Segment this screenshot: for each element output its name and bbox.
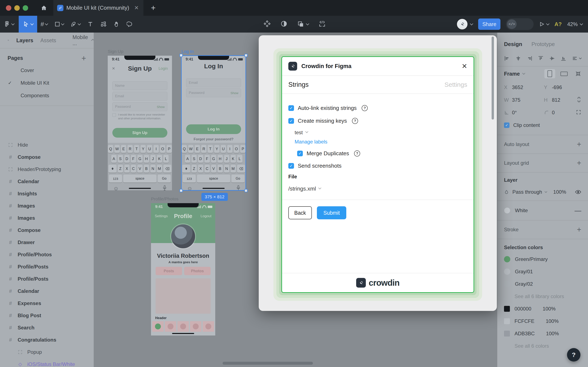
layer-row[interactable]: Congratulations: [0, 334, 94, 346]
layer-row[interactable]: Popup: [0, 346, 94, 358]
remove-fill-button[interactable]: —: [575, 207, 581, 215]
settings-link[interactable]: Settings: [445, 81, 467, 88]
text-tool-button[interactable]: [84, 21, 97, 27]
library-color-row[interactable]: Green/Primary: [504, 253, 581, 265]
hex-color-row[interactable]: 000000 100%: [504, 302, 581, 315]
resize-to-fit-icon[interactable]: [575, 71, 581, 77]
help-icon[interactable]: ?: [362, 105, 368, 111]
layer-row[interactable]: Header/Prototyping: [0, 163, 94, 175]
layer-row[interactable]: Calendar: [0, 285, 94, 297]
layer-row[interactable]: Search: [0, 322, 94, 334]
autolink-checkbox[interactable]: ✓: [288, 105, 294, 111]
constrain-proportions-icon[interactable]: [577, 96, 581, 104]
search-icon[interactable]: [8, 38, 9, 43]
merge-duplicates-checkbox[interactable]: ✓: [297, 151, 303, 156]
resources-tool-button[interactable]: [97, 21, 110, 27]
selection-handle[interactable]: [180, 189, 183, 192]
macos-zoom-button[interactable]: [23, 5, 28, 11]
orientation-portrait-button[interactable]: [544, 69, 555, 78]
page-row[interactable]: ✓ Components: [0, 89, 94, 102]
add-page-button[interactable]: +: [82, 56, 86, 60]
layer-row[interactable]: Expenses: [0, 297, 94, 309]
signup-frame[interactable]: 9:41 Sign Up ✕ Login Name Email Password…: [108, 56, 172, 190]
orientation-landscape-button[interactable]: [559, 69, 570, 78]
page-selector[interactable]: Mobile ...: [73, 34, 94, 46]
visibility-eye-icon[interactable]: [575, 190, 581, 194]
hex-color-row[interactable]: ADB3BC 100%: [504, 327, 581, 340]
manage-labels-link[interactable]: Manage labels: [288, 139, 467, 145]
dev-mode-toggle[interactable]: </>: [506, 18, 534, 30]
layer-row[interactable]: Profile/Posts: [0, 273, 94, 285]
layer-row[interactable]: Blog Post: [0, 309, 94, 322]
frame-label-signup[interactable]: Sign Up: [108, 49, 123, 54]
page-row[interactable]: ✓ Mobile UI Kit: [0, 77, 94, 89]
plugin-user-menu[interactable]: [457, 19, 473, 29]
boolean-groups-button[interactable]: [297, 21, 309, 28]
rotation-value[interactable]: 0°: [512, 110, 517, 116]
macos-close-button[interactable]: [6, 5, 11, 11]
help-button[interactable]: ?: [567, 348, 580, 361]
library-color-row[interactable]: Gray/02: [504, 278, 581, 290]
width-value[interactable]: 375: [512, 97, 520, 103]
macos-minimize-button[interactable]: [14, 5, 20, 11]
plugin-scrollbar[interactable]: [492, 37, 494, 119]
code-export-button[interactable]: [318, 20, 326, 28]
layer-row[interactable]: Drawer: [0, 236, 94, 249]
file-dropdown[interactable]: /strings.xml: [288, 185, 467, 192]
move-tool-button[interactable]: [19, 16, 37, 33]
create-keys-checkbox[interactable]: ✓: [288, 118, 294, 124]
layer-row[interactable]: Compose: [0, 224, 94, 236]
present-button[interactable]: [539, 21, 549, 27]
height-value[interactable]: 812: [552, 97, 560, 103]
hand-tool-button[interactable]: [110, 21, 123, 27]
library-color-row[interactable]: Gray/01: [504, 265, 581, 278]
align-left-icon[interactable]: [504, 55, 510, 61]
create-component-button[interactable]: [263, 20, 271, 28]
home-button[interactable]: [34, 0, 53, 16]
layer-row[interactable]: Hide: [0, 139, 94, 151]
align-h-center-icon[interactable]: [515, 55, 521, 61]
frame-tool-button[interactable]: #: [37, 21, 51, 28]
tab-prototype[interactable]: Prototype: [531, 41, 555, 48]
blend-mode-dropdown[interactable]: Pass through: [512, 189, 547, 195]
file-tab[interactable]: Mobile UI kit (Community) ✕: [53, 0, 143, 16]
user-avatar-initial[interactable]: A?: [554, 21, 562, 27]
frame-label-login[interactable]: Log In: [181, 49, 194, 54]
tidy-up-menu[interactable]: [572, 55, 581, 61]
page-row[interactable]: ✓ Cover: [0, 64, 94, 77]
canvas-horizontal-scrollbar[interactable]: [223, 362, 313, 365]
layer-row[interactable]: Calendar: [0, 175, 94, 188]
send-screenshots-checkbox[interactable]: ✓: [288, 163, 294, 169]
independent-corners-icon[interactable]: [576, 109, 581, 116]
tab-close-icon[interactable]: ✕: [134, 5, 139, 11]
layer-row[interactable]: Profile/Photos: [0, 249, 94, 261]
layer-row[interactable]: iOS/Status Bar/White: [0, 358, 94, 367]
main-menu-button[interactable]: [0, 21, 17, 28]
corner-radius-value[interactable]: 0: [552, 110, 555, 116]
layer-row[interactable]: Insights: [0, 188, 94, 200]
align-v-center-icon[interactable]: [549, 55, 555, 61]
layer-row[interactable]: Profile/Posts: [0, 261, 94, 273]
frame-type-dropdown[interactable]: Frame: [504, 71, 525, 77]
y-value[interactable]: -696: [552, 84, 562, 90]
fill-swatch[interactable]: [504, 207, 510, 214]
pen-tool-button[interactable]: [67, 21, 84, 27]
tab-assets[interactable]: Assets: [40, 37, 56, 43]
layer-row[interactable]: Compose: [0, 151, 94, 163]
profile-frame[interactable]: 9:41 Profile Settings Logout Victoriia R…: [151, 203, 215, 335]
shape-tool-button[interactable]: [51, 21, 67, 27]
selection-handle[interactable]: [245, 189, 248, 192]
comment-tool-button[interactable]: [123, 21, 136, 27]
align-bottom-icon[interactable]: [561, 55, 566, 61]
login-frame[interactable]: 9:41 Log In Email Password Show Log In F…: [181, 56, 246, 190]
hex-color-row[interactable]: FCFCFE 100%: [504, 315, 581, 327]
frame-label-profile[interactable]: Profile/Photos: [151, 196, 179, 201]
use-as-mask-button[interactable]: [280, 20, 287, 28]
zoom-menu[interactable]: 42%: [567, 21, 582, 27]
layer-row[interactable]: Images: [0, 200, 94, 212]
help-icon[interactable]: ?: [352, 118, 358, 124]
see-all-library-colors[interactable]: See all 6 library colors: [504, 290, 581, 302]
label-dropdown[interactable]: test: [288, 130, 467, 135]
align-top-icon[interactable]: [538, 55, 544, 61]
add-layout-grid-button[interactable]: +: [577, 158, 581, 167]
